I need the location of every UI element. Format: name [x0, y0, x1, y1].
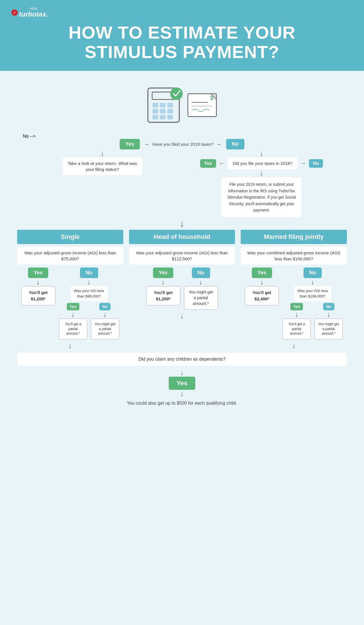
illustration: $: [17, 79, 347, 125]
single-yes-button[interactable]: Yes: [28, 267, 48, 278]
svg-rect-7: [167, 109, 173, 113]
svg-rect-10: [167, 115, 173, 119]
arrow-to-categories: ↓: [17, 219, 347, 227]
household-header: Head of household: [129, 230, 235, 244]
single-sub-yes-col: Yes ↓ You'll get a partial amount.*: [59, 303, 87, 340]
married-sub-yes-no: Yes ↓ You'll get a partial amount.* No ↓…: [282, 303, 343, 340]
single-sub-no-result: You might get a partial amount.*: [91, 318, 119, 340]
single-header: Single: [17, 230, 123, 244]
no-2018-button[interactable]: No: [309, 159, 323, 168]
svg-rect-8: [152, 115, 158, 119]
yes-2019-button[interactable]: Yes: [120, 139, 140, 149]
household-no-button[interactable]: No: [192, 267, 210, 278]
page-title: HOW TO ESTIMATE YOUR STIMULUS PAYMENT?: [11, 23, 353, 62]
single-no-button[interactable]: No: [80, 267, 98, 278]
children-yes-button[interactable]: Yes: [169, 377, 196, 390]
arrow-right-2018-icon: →: [300, 160, 306, 167]
married-yes-no: Yes ↓ You'll get $2,400* No ↓ Was your A…: [245, 267, 343, 340]
arrow-right-icon: →: [216, 141, 222, 147]
married-agi-question: Was your combined adjusted gross income …: [241, 247, 347, 265]
single-no-col: No ↓ Was your AGI less than $99,000? Yes…: [59, 267, 119, 340]
married-column: Married filing jointly Was your combined…: [241, 230, 347, 350]
svg-rect-3: [160, 103, 166, 107]
arrow-down-yes: ↓: [101, 149, 104, 157]
single-sub-yes-result: You'll get a partial amount.*: [59, 318, 87, 340]
turbotax-logo-text: intuit turbotax.: [19, 7, 48, 18]
children-question-box: Did you claim any children as dependents…: [17, 353, 347, 366]
single-column: Single Was your adjusted gross income (A…: [17, 230, 123, 350]
final-text: You could also get up to $500 for each q…: [17, 398, 347, 412]
svg-rect-6: [160, 109, 166, 113]
married-sub-yes-button[interactable]: Yes: [290, 303, 303, 310]
single-sub-no-button[interactable]: No: [99, 303, 110, 310]
single-agi-question: Was your adjusted gross income (AGI) les…: [17, 247, 123, 265]
filing-status-box: Take a look at your return. What was you…: [63, 157, 142, 175]
single-yes-col: Yes ↓ You'll get $1,200*: [21, 267, 55, 340]
top-question-label: Have you filed your 2019 taxes?: [152, 142, 214, 147]
household-agi-question: Was your adjusted gross income (AGI) les…: [129, 247, 235, 265]
turbotax-check-icon: ✓: [11, 9, 18, 16]
arrow-left-icon: ←: [144, 141, 150, 147]
yes-2018-button[interactable]: Yes: [200, 159, 216, 168]
arrow-left-2018-icon: ←: [219, 160, 225, 167]
top-flow: No --> Yes ← Have you filed your 2019 ta…: [17, 134, 347, 217]
household-yes-col: Yes ↓ You'll get $1,200*: [146, 267, 180, 310]
svg-point-11: [170, 87, 183, 100]
children-yes-flow: ↓ Yes ↓: [169, 369, 196, 398]
married-sub-no-button[interactable]: No: [323, 303, 334, 310]
married-yes-result: You'll get $2,400*: [245, 286, 279, 305]
married-sub-yes-result: You'll get a partial amount.*: [282, 318, 311, 340]
calculator-check-illustration: $: [139, 79, 225, 125]
branch-row: ↓ Take a look at your return. What was y…: [23, 149, 341, 217]
filed-2018-box: Did you file your taxes in 2018?: [228, 157, 297, 169]
household-no-result: You might get a partial amount.*: [184, 286, 218, 310]
married-header: Married filing jointly: [241, 230, 347, 244]
single-yes-result: You'll get $1,200*: [21, 286, 55, 305]
household-column: Head of household Was your adjusted gros…: [129, 230, 235, 350]
married-sub-no-result: You might get a partial amount.*: [314, 318, 343, 340]
filed-2018-row: Yes ← Did you file your taxes in 2018? →…: [200, 157, 323, 169]
married-sub-no-col: No ↓ You might get a partial amount.*: [314, 303, 343, 340]
svg-rect-4: [167, 103, 173, 107]
single-sub-yes-button[interactable]: Yes: [67, 303, 79, 310]
svg-rect-2: [152, 103, 158, 107]
married-yes-button[interactable]: Yes: [252, 267, 272, 278]
household-no-col: No ↓ You might get a partial amount.*: [184, 267, 218, 310]
category-columns: Single Was your adjusted gross income (A…: [17, 230, 347, 350]
single-sub-no-col: No ↓ You might get a partial amount.*: [91, 303, 119, 340]
irs-note-box: File your 2019 return, or submit your in…: [222, 177, 301, 217]
content-area: $ No --> Yes ← Have you filed your 2019 …: [0, 71, 364, 423]
header: ✓ intuit turbotax. HOW TO ESTIMATE YOUR …: [0, 0, 364, 71]
single-sub-question: Was your AGI less than $99,000?: [71, 286, 108, 301]
arrow-down-no: ↓: [260, 149, 263, 157]
married-no-button[interactable]: No: [303, 267, 322, 278]
household-yes-result: You'll get $1,200*: [146, 286, 180, 305]
svg-rect-9: [160, 115, 166, 119]
single-sub-yes-no: Yes ↓ You'll get a partial amount.* No ↓…: [59, 303, 119, 340]
svg-rect-5: [152, 109, 158, 113]
married-no-col: No ↓ Was your AGI less than $198,000? Ye…: [282, 267, 343, 340]
children-yes-section: ↓ Yes ↓: [17, 369, 347, 398]
married-yes-col: Yes ↓ You'll get $2,400*: [245, 267, 279, 340]
household-yes-button[interactable]: Yes: [153, 267, 173, 278]
top-question-row: Yes ← Have you filed your 2019 taxes? → …: [23, 139, 341, 149]
married-sub-yes-col: Yes ↓ You'll get a partial amount.*: [282, 303, 311, 340]
svg-text:$: $: [210, 95, 213, 101]
single-yes-no: Yes ↓ You'll get $1,200* No ↓ Was your A…: [21, 267, 119, 340]
no-2019-button[interactable]: No: [226, 139, 244, 149]
arrow-down-2018: ↓: [260, 169, 263, 177]
married-sub-question: Was your AGI less than $198,000?: [294, 286, 331, 301]
household-yes-no: Yes ↓ You'll get $1,200* No ↓ You might …: [146, 267, 218, 310]
